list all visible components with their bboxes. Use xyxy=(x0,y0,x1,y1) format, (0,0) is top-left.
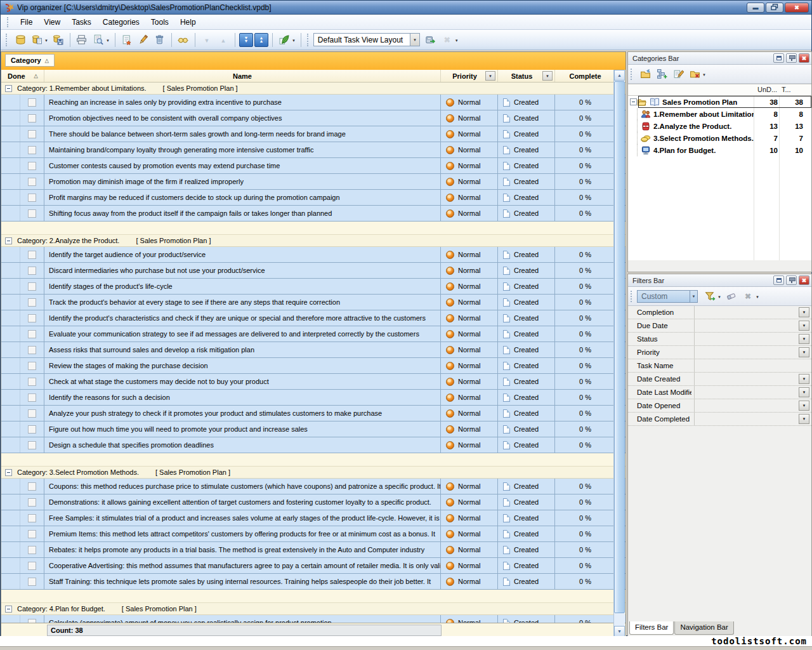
tree-item-4-plan-for-budget[interactable]: 4.Plan for Budget.1010 xyxy=(628,144,811,156)
done-checkbox[interactable] xyxy=(28,362,36,370)
priority-cell[interactable]: Normal xyxy=(441,110,498,126)
layout-combo-dropdown[interactable]: ▼ xyxy=(410,34,419,46)
caret-down-icon[interactable]: ▼ xyxy=(717,294,721,299)
priority-cell[interactable]: Normal xyxy=(441,510,498,526)
done-checkbox[interactable] xyxy=(28,578,36,586)
task-name-cell[interactable]: Check at what stage the customers may de… xyxy=(44,374,441,389)
done-checkbox[interactable] xyxy=(28,330,36,338)
task-name-cell[interactable]: Review the stages of making the purchase… xyxy=(44,358,441,373)
priority-cell[interactable]: Normal xyxy=(441,374,498,389)
category-group-row[interactable]: Category: 4.Plan for Budget.[ Sales Prom… xyxy=(1,603,625,615)
task-row[interactable]: Identify the target audience of your pro… xyxy=(1,247,625,263)
task-row[interactable]: Customer contests caused by promotion ev… xyxy=(1,158,625,174)
done-checkbox[interactable] xyxy=(28,282,36,291)
status-cell[interactable]: Created xyxy=(498,263,555,278)
priority-cell[interactable]: Normal xyxy=(441,494,498,510)
done-checkbox[interactable] xyxy=(28,194,36,202)
status-cell[interactable]: Created xyxy=(498,574,555,589)
menu-view[interactable]: View xyxy=(38,16,66,29)
category-group-row[interactable]: Category: 2.Analyze the Product.[ Sales … xyxy=(1,235,625,247)
task-name-cell[interactable]: Free Samples: it stimulates trial of a p… xyxy=(44,510,441,526)
priority-cell[interactable]: Normal xyxy=(441,479,498,494)
collapse-group-icon[interactable] xyxy=(5,85,12,92)
done-checkbox[interactable] xyxy=(28,178,36,186)
group-by-category-button[interactable]: Category △ xyxy=(5,54,55,67)
filter-row-completion[interactable]: Completion▼ xyxy=(628,306,811,319)
title-bar[interactable]: Vip organizer [C:\Users\dmitry\Desktop\S… xyxy=(1,1,811,15)
priority-cell[interactable]: Normal xyxy=(441,263,498,278)
edit-category-button[interactable] xyxy=(671,67,686,82)
filter-row-date-completed[interactable]: Date Completed▼ xyxy=(628,413,811,426)
task-row[interactable]: Identify the product's characteristics a… xyxy=(1,310,625,326)
panel-close-icon[interactable]: ✖ xyxy=(799,53,809,63)
menu-help[interactable]: Help xyxy=(174,16,202,29)
status-cell[interactable]: Created xyxy=(498,174,555,189)
filter-row-date-last-modified[interactable]: Date Last Modified▼ xyxy=(628,386,811,399)
status-cell[interactable]: Created xyxy=(498,494,555,510)
filter-dropdown-button[interactable]: ▼ xyxy=(799,414,809,424)
task-row[interactable]: Assess risks that surround sales and dev… xyxy=(1,342,625,358)
task-name-cell[interactable]: Design a schedule that specifies promoti… xyxy=(44,437,441,453)
done-checkbox[interactable] xyxy=(28,409,36,418)
filter-row-due-date[interactable]: Due Date▼ xyxy=(628,319,811,333)
task-name-cell[interactable]: Reaching an increase in sales only by pr… xyxy=(44,95,441,110)
tree-item-sales-promotion-plan[interactable]: Sales Promotion Plan3838 xyxy=(628,96,811,108)
new-database-button[interactable] xyxy=(13,32,28,48)
column-header-priority[interactable]: Priority ▼ xyxy=(441,70,498,82)
restore-button[interactable] xyxy=(766,3,783,13)
priority-cell[interactable]: Normal xyxy=(441,390,498,405)
status-cell[interactable]: Created xyxy=(498,406,555,421)
task-row[interactable]: Identify stages of the product's life-cy… xyxy=(1,279,625,295)
task-row[interactable]: Track the product's behavior at every st… xyxy=(1,295,625,310)
task-row[interactable]: Staff Training: this technique lets prom… xyxy=(1,574,625,590)
priority-cell[interactable]: Normal xyxy=(441,279,498,294)
task-name-cell[interactable]: Figure out how much time you will need t… xyxy=(44,421,441,437)
task-row[interactable]: Analyze your push strategy to check if i… xyxy=(1,406,625,421)
task-row[interactable]: Check at what stage the customers may de… xyxy=(1,374,625,390)
task-row[interactable]: Calculate (approximate) amount of money … xyxy=(1,615,625,623)
status-cell[interactable]: Created xyxy=(498,615,555,623)
status-cell[interactable]: Created xyxy=(498,542,555,557)
new-category-button[interactable] xyxy=(638,67,653,82)
done-checkbox[interactable] xyxy=(28,130,36,138)
status-cell[interactable]: Created xyxy=(498,479,555,494)
priority-cell[interactable]: Normal xyxy=(441,358,498,373)
done-checkbox[interactable] xyxy=(28,514,36,522)
panel-restore-icon[interactable] xyxy=(773,53,784,63)
status-cell[interactable]: Created xyxy=(498,358,555,373)
priority-cell[interactable]: Normal xyxy=(441,437,498,453)
status-cell[interactable]: Created xyxy=(498,126,555,142)
caret-down-icon[interactable]: ▼ xyxy=(292,37,296,43)
tree-item-3-select-promotion-methods[interactable]: 3.Select Promotion Methods.77 xyxy=(628,132,811,144)
status-cell[interactable]: Created xyxy=(498,247,555,262)
filter-dropdown-button[interactable]: ▼ xyxy=(799,307,809,317)
filter-dropdown-button[interactable]: ▼ xyxy=(799,347,809,357)
status-cell[interactable]: Created xyxy=(498,390,555,405)
status-filter-dropdown[interactable]: ▼ xyxy=(542,71,553,81)
done-checkbox[interactable] xyxy=(28,562,36,570)
panel-close-icon[interactable]: ✖ xyxy=(799,275,809,285)
delete-filter-button[interactable]: ✖ xyxy=(740,289,756,304)
task-name-cell[interactable]: Customer contests caused by promotion ev… xyxy=(44,158,441,173)
task-row[interactable]: Rebates: it helps promote any products i… xyxy=(1,542,625,558)
task-name-cell[interactable]: Identify the reasons for such a decision xyxy=(44,390,441,405)
status-cell[interactable]: Created xyxy=(498,142,555,157)
tree-item-1-remember-about-limitation[interactable]: 1.Remember about Limitation88 xyxy=(628,108,811,120)
task-name-cell[interactable]: Coupons: this method reduces purchase pr… xyxy=(44,479,441,494)
view-tasks-button[interactable] xyxy=(176,32,191,48)
task-name-cell[interactable]: Calculate (approximate) amount of money … xyxy=(44,615,441,623)
category-group-row[interactable]: Category: 1.Remember about Limitations.[… xyxy=(1,83,625,95)
done-checkbox[interactable] xyxy=(28,482,36,491)
task-name-cell[interactable]: Cooperative Advertising: this method ass… xyxy=(44,558,441,573)
done-checkbox[interactable] xyxy=(28,346,36,354)
priority-cell[interactable]: Normal xyxy=(441,421,498,437)
done-checkbox[interactable] xyxy=(28,378,36,386)
filter-dropdown-button[interactable]: ▼ xyxy=(799,321,809,331)
task-row[interactable]: Premium Items: this method lets attract … xyxy=(1,526,625,542)
task-name-cell[interactable]: Premium Items: this method lets attract … xyxy=(44,526,441,541)
filter-leaf-button[interactable] xyxy=(277,32,292,48)
priority-cell[interactable]: Normal xyxy=(441,406,498,421)
done-checkbox[interactable] xyxy=(28,546,36,554)
caret-down-icon[interactable]: ▼ xyxy=(44,37,48,43)
filter-preset-combo[interactable]: Custom ▼ xyxy=(637,290,698,303)
